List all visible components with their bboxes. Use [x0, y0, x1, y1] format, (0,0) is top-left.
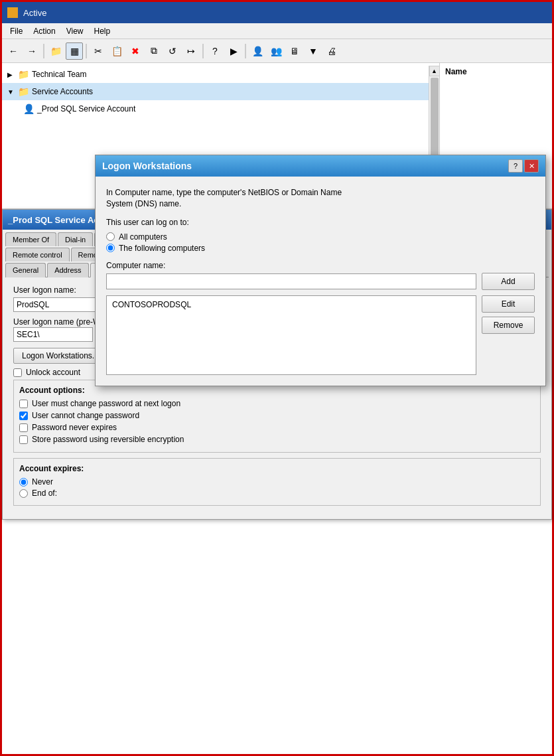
folder-icon: 📁	[18, 69, 29, 80]
menu-action[interactable]: Action	[28, 25, 60, 37]
expires-never-row: Never	[19, 477, 535, 487]
outer-frame: Active File Action View Help ← → 📁 ▦ ✂ 📋…	[0, 0, 554, 756]
workstations-title-text: Logon Workstations	[102, 161, 507, 171]
toolbar-separator-3	[202, 44, 204, 58]
computer-name-label: Computer name:	[106, 261, 535, 270]
workstations-content: In Computer name, type the computer's Ne…	[96, 177, 545, 386]
ws-action-buttons: Edit Remove	[482, 295, 535, 375]
tree-item-prod-sql[interactable]: 👤 _Prod SQL Service Account	[2, 100, 429, 117]
tab-dial-in[interactable]: Dial-in	[58, 232, 93, 246]
logon-workstations-button[interactable]: Logon Workstations...	[13, 348, 107, 364]
expires-never-radio[interactable]	[19, 478, 28, 487]
option-row-3: Store password using reversible encrypti…	[19, 435, 535, 444]
expires-end-row: End of:	[19, 489, 535, 498]
tab-member-of[interactable]: Member Of	[5, 232, 56, 246]
workstations-help-button[interactable]: ?	[508, 159, 523, 173]
account-options-title: Account options:	[19, 386, 535, 395]
unlock-checkbox[interactable]	[13, 368, 22, 377]
tree-item-label: Technical Team	[32, 70, 87, 79]
tree-item-technical-team[interactable]: ▶ 📁 Technical Team	[2, 66, 429, 83]
tree-item-label-2: Service Accounts	[32, 87, 93, 96]
option-checkbox-1[interactable]	[19, 412, 28, 420]
print-button[interactable]: 🖨	[323, 42, 340, 60]
ws-radio-group: All computers The following computers	[106, 232, 535, 253]
menu-file[interactable]: File	[5, 25, 28, 37]
tab-general[interactable]: General	[5, 263, 46, 277]
computers-list-container: CONTOSOPRODSQL	[106, 295, 476, 375]
menu-view[interactable]: View	[61, 25, 89, 37]
group-button[interactable]: 👥	[267, 42, 285, 60]
expires-end-label: End of:	[32, 489, 57, 498]
toolbar-separator-2	[86, 44, 87, 58]
option-row-2: Password never expires	[19, 423, 535, 432]
toolbar-separator-4	[245, 44, 246, 58]
option-label-1: User cannot change password	[32, 411, 139, 420]
tree-item-label-3: _Prod SQL Service Account	[37, 104, 135, 113]
computer-name-input[interactable]	[106, 273, 476, 289]
account-expires-title: Account expires:	[19, 464, 535, 473]
option-checkbox-3[interactable]	[19, 435, 28, 444]
add-computer-button[interactable]: Add	[482, 273, 535, 290]
option-row-1: User cannot change password	[19, 411, 535, 420]
toolbar-separator-1	[43, 44, 44, 58]
properties-button[interactable]: ⧉	[145, 42, 163, 60]
menu-bar: File Action View Help	[2, 23, 552, 39]
forward-button[interactable]: →	[23, 42, 40, 60]
workstations-title-bar: Logon Workstations ? ✕	[96, 155, 545, 177]
filter-button[interactable]: ▼	[305, 42, 322, 60]
all-computers-radio[interactable]	[106, 232, 115, 241]
edit-computer-button[interactable]: Edit	[482, 295, 535, 313]
tree-item-service-accounts[interactable]: ▼ 📁 Service Accounts	[2, 83, 429, 100]
menu-help[interactable]: Help	[89, 25, 116, 37]
copy-button[interactable]: 📋	[108, 42, 125, 60]
account-options-box: Account options: User must change passwo…	[13, 380, 541, 453]
view-button[interactable]: ▦	[66, 42, 83, 60]
title-bar: Active	[2, 2, 552, 23]
following-computers-row: The following computers	[106, 244, 535, 253]
export-button[interactable]: ↦	[182, 42, 200, 60]
run-button[interactable]: ▶	[225, 42, 242, 60]
delete-button[interactable]: ✖	[127, 42, 144, 60]
tab-address[interactable]: Address	[47, 263, 88, 277]
account-expires-box: Account expires: Never End of:	[13, 458, 541, 506]
logon-pre-input[interactable]	[13, 327, 93, 342]
following-computers-label: The following computers	[119, 244, 205, 253]
folder-icon-2: 📁	[18, 86, 29, 97]
app-icon	[7, 7, 18, 18]
ws-desc-line2: System (DNS) name.	[106, 199, 181, 208]
computers-list: CONTOSOPRODSQL	[106, 295, 476, 375]
logon-workstations-dialog: Logon Workstations ? ✕ In Computer name,…	[95, 155, 546, 386]
right-panel-header: Name	[445, 66, 547, 78]
ws-desc-line1: In Computer name, type the computer's Ne…	[106, 188, 342, 197]
computer-button[interactable]: 🖥	[286, 42, 303, 60]
remove-computer-button[interactable]: Remove	[482, 317, 535, 334]
expires-end-radio[interactable]	[19, 489, 28, 498]
list-item-0[interactable]: CONTOSOPRODSQL	[109, 299, 473, 311]
folder-up-button[interactable]: 📁	[47, 42, 64, 60]
tab-remote-control[interactable]: Remote control	[5, 248, 70, 262]
back-button[interactable]: ←	[5, 42, 22, 60]
list-and-buttons: CONTOSOPRODSQL Edit Remove	[106, 295, 535, 375]
option-checkbox-2[interactable]	[19, 423, 28, 432]
expires-never-label: Never	[32, 477, 53, 487]
toolbar: ← → 📁 ▦ ✂ 📋 ✖ ⧉ ↺ ↦ ? ▶ 👤 👥 🖥 ▼ 🖨	[2, 39, 552, 63]
workstations-description: In Computer name, type the computer's Ne…	[106, 187, 535, 210]
unlock-label: Unlock account	[26, 368, 80, 377]
logon-to-label: This user can log on to:	[106, 218, 535, 227]
expander-icon: ▶	[7, 71, 18, 78]
app-title: Active	[23, 8, 46, 18]
option-label-2: Password never expires	[32, 423, 117, 432]
refresh-button[interactable]: ↺	[164, 42, 181, 60]
option-label-3: Store password using reversible encrypti…	[32, 435, 184, 444]
all-computers-row: All computers	[106, 232, 535, 242]
cut-button[interactable]: ✂	[90, 42, 107, 60]
scroll-up[interactable]: ▲	[429, 66, 440, 76]
user-button[interactable]: 👤	[249, 42, 266, 60]
workstations-close-button[interactable]: ✕	[524, 159, 539, 173]
help-button[interactable]: ?	[206, 42, 224, 60]
expander-icon-2: ▼	[7, 88, 18, 96]
computer-name-input-row: Add	[106, 273, 535, 290]
option-checkbox-0[interactable]	[19, 400, 28, 408]
following-computers-radio[interactable]	[106, 244, 115, 252]
option-row-0: User must change password at next logon	[19, 399, 535, 408]
